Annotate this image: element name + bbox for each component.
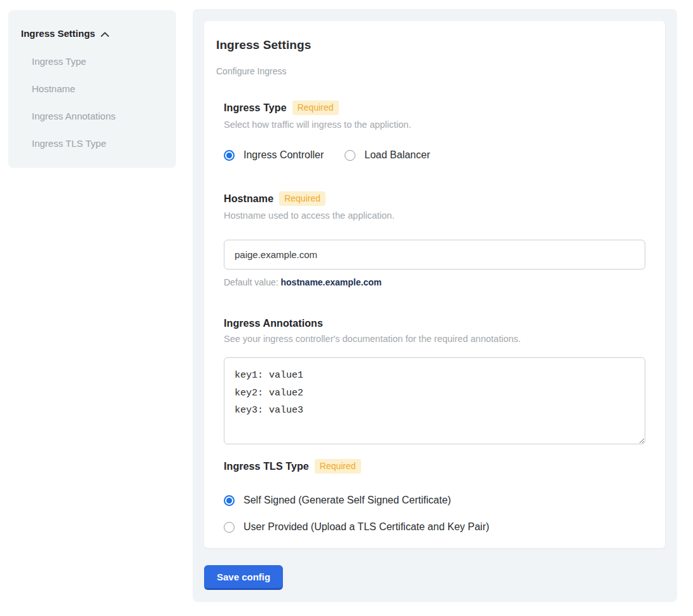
- radio-button-icon[interactable]: [224, 495, 235, 506]
- radio-ingress-controller[interactable]: Ingress Controller: [224, 149, 324, 161]
- ingress-settings-panel: Ingress Settings Configure Ingress Ingre…: [193, 9, 677, 602]
- hostname-input[interactable]: [224, 240, 645, 270]
- ingress-annotations-textarea[interactable]: key1: value1 key2: value2 key3: value3: [224, 357, 645, 444]
- default-value-label: Default value:: [224, 277, 278, 287]
- hostname-default-line: Default value: hostname.example.com: [224, 277, 645, 287]
- radio-button-icon[interactable]: [224, 522, 235, 533]
- ingress-settings-card: Ingress Settings Configure Ingress Ingre…: [204, 21, 665, 548]
- required-badge: Required: [279, 191, 326, 206]
- tls-type-radio-group: Self Signed (Generate Self Signed Certif…: [224, 495, 645, 533]
- ingress-type-help: Select how traffic will ingress to the a…: [224, 120, 645, 130]
- sidebar-item-ingress-type[interactable]: Ingress Type: [32, 56, 163, 67]
- save-config-button[interactable]: Save config: [204, 565, 283, 590]
- sidebar-section-ingress-settings[interactable]: Ingress Settings: [21, 28, 163, 39]
- radio-self-signed[interactable]: Self Signed (Generate Self Signed Certif…: [224, 495, 645, 506]
- hostname-section: Hostname Required Hostname used to acces…: [224, 191, 645, 287]
- required-badge: Required: [315, 459, 361, 474]
- ingress-annotations-help: See your ingress controller's documentat…: [224, 334, 645, 344]
- page-title: Ingress Settings: [216, 38, 645, 52]
- radio-button-icon[interactable]: [224, 150, 235, 161]
- radio-button-icon[interactable]: [345, 150, 355, 161]
- settings-sidebar: Ingress Settings Ingress Type Hostname I…: [8, 10, 176, 168]
- sidebar-item-hostname[interactable]: Hostname: [32, 83, 163, 94]
- hostname-label: Hostname: [224, 193, 273, 205]
- sidebar-item-list: Ingress Type Hostname Ingress Annotation…: [32, 56, 163, 149]
- radio-user-provided[interactable]: User Provided (Upload a TLS Certificate …: [224, 521, 645, 533]
- ingress-annotations-label: Ingress Annotations: [224, 318, 323, 329]
- ingress-type-section: Ingress Type Required Select how traffic…: [224, 100, 645, 161]
- default-value-text: hostname.example.com: [281, 277, 382, 287]
- ingress-annotations-section: Ingress Annotations See your ingress con…: [224, 318, 645, 444]
- sidebar-section-title: Ingress Settings: [21, 28, 95, 39]
- sidebar-item-ingress-tls-type[interactable]: Ingress TLS Type: [32, 138, 163, 149]
- chevron-up-icon: [100, 31, 109, 38]
- hostname-help: Hostname used to access the application.: [224, 210, 645, 221]
- ingress-tls-type-section: Ingress TLS Type Required Self Signed (G…: [224, 459, 645, 533]
- ingress-type-label: Ingress Type: [224, 102, 287, 114]
- page-subtitle: Configure Ingress: [216, 66, 645, 76]
- required-badge: Required: [292, 100, 339, 115]
- ingress-tls-type-label: Ingress TLS Type: [224, 461, 309, 472]
- radio-load-balancer[interactable]: Load Balancer: [345, 149, 430, 161]
- ingress-type-radio-group: Ingress Controller Load Balancer: [224, 149, 645, 161]
- sidebar-item-ingress-annotations[interactable]: Ingress Annotations: [32, 111, 163, 121]
